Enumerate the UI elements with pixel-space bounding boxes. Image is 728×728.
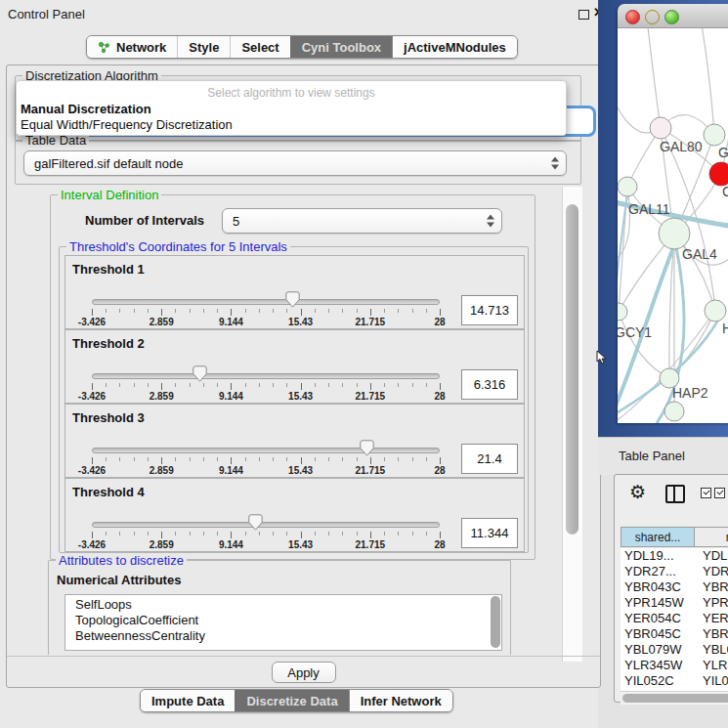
tab-discretize-data[interactable]: Discretize Data — [235, 690, 348, 711]
slider-thumb[interactable] — [285, 291, 300, 308]
network-node-gcy1[interactable] — [618, 303, 627, 321]
group-label: Threshold's Coordinates for 5 Intervals — [66, 239, 290, 254]
cell-name[interactable]: YBL0 — [697, 642, 728, 658]
checkbox-icon[interactable] — [701, 488, 711, 498]
list-item-topologicalcoefficient[interactable]: TopologicalCoefficient — [65, 613, 501, 628]
minor-tick — [134, 457, 135, 461]
slider-track[interactable] — [92, 299, 440, 305]
tab-jactivemnodules[interactable]: jActiveMNodules — [392, 36, 517, 58]
numerical-attributes-list[interactable]: SelfLoopsTopologicalCoefficientBetweenne… — [64, 594, 502, 651]
list-scrollbar[interactable] — [491, 596, 500, 648]
threshold-slider[interactable]: -3.4262.8599.14415.4321.71528 — [92, 256, 440, 328]
table-row[interactable]: YPR145WYPR1 — [621, 595, 728, 611]
tab-cyni-toolbox[interactable]: Cyni Toolbox — [290, 36, 392, 58]
cell-name[interactable]: YLR3 — [697, 658, 728, 673]
checkbox-icon[interactable] — [714, 488, 725, 498]
table-row[interactable]: YDL19...YDL1 — [621, 548, 728, 564]
list-item-betweennesscentrality[interactable]: BetweennessCentrality — [65, 628, 501, 644]
cell-name[interactable]: YBR0 — [697, 579, 728, 595]
threshold-value-field[interactable]: 6.316 — [461, 369, 518, 400]
cell-shared-name[interactable]: YLR345W — [621, 658, 697, 673]
table-horizontal-scrollbar[interactable] — [621, 691, 728, 705]
network-node-gal4[interactable] — [659, 218, 690, 249]
minimize-traffic-light-icon[interactable] — [645, 10, 660, 24]
major-tick — [231, 457, 232, 464]
minor-tick — [357, 309, 358, 313]
cell-name[interactable]: YER0 — [697, 611, 728, 626]
settings-scrollbar[interactable] — [562, 187, 582, 662]
cell-shared-name[interactable]: YDR27... — [621, 564, 697, 579]
column-header-name[interactable]: n... — [695, 527, 728, 547]
table-row[interactable]: YBL079WYBL0 — [621, 642, 728, 658]
network-node-gal80[interactable] — [650, 117, 671, 139]
tab-impute-data[interactable]: Impute Data — [141, 690, 235, 711]
cell-shared-name[interactable]: YBR045C — [621, 626, 697, 642]
tab-infer-network[interactable]: Infer Network — [349, 690, 452, 711]
major-tick — [231, 532, 232, 538]
threshold-slider[interactable]: -3.4262.8599.14415.4321.71528 — [92, 479, 440, 551]
minor-tick — [106, 309, 107, 313]
list-item-selfloops[interactable]: SelfLoops — [65, 597, 501, 613]
scrollbar-thumb[interactable] — [566, 204, 578, 535]
threshold-slider[interactable]: -3.4262.8599.14415.4321.71528 — [92, 405, 440, 477]
cell-shared-name[interactable]: YPR145W — [621, 595, 697, 611]
zoom-traffic-light-icon[interactable] — [664, 10, 679, 24]
cell-shared-name[interactable]: YDL19... — [621, 548, 697, 564]
dropdown-option-equal-width-frequency[interactable]: Equal Width/Frequency Discretization — [21, 117, 233, 132]
cell-name[interactable]: YDR2 — [697, 564, 728, 579]
slider-thumb[interactable] — [360, 440, 374, 456]
table-row[interactable]: YBR045CYBR0 — [621, 626, 728, 642]
minor-tick — [426, 309, 427, 313]
number-of-intervals-combobox[interactable]: 5 — [222, 208, 502, 234]
column-header-shared-name[interactable]: shared... — [621, 527, 695, 547]
minor-tick — [217, 383, 218, 387]
network-edge[interactable] — [701, 28, 714, 135]
slider-thumb[interactable] — [193, 365, 207, 382]
threshold-value-field[interactable]: 21.4 — [461, 444, 518, 474]
cell-shared-name[interactable]: YIL052C — [621, 673, 697, 689]
slider-track[interactable] — [92, 373, 440, 379]
network-node[interactable] — [664, 402, 684, 421]
table-row[interactable]: YBR043CYBR0 — [621, 579, 728, 595]
cell-shared-name[interactable]: YBR043C — [621, 579, 697, 595]
cell-name[interactable]: YDL1 — [697, 548, 728, 564]
table-data-combobox[interactable]: galFiltered.sif default node — [23, 150, 567, 176]
tick-label: 9.144 — [219, 317, 243, 327]
network-node-c[interactable] — [709, 162, 728, 186]
slider-thumb[interactable] — [248, 514, 263, 531]
cell-shared-name[interactable]: YBL079W — [621, 642, 697, 658]
threshold-panel-2: Threshold 2-3.4262.8599.14415.4321.71528… — [64, 329, 525, 404]
tab-style[interactable]: Style — [177, 36, 230, 58]
table-row[interactable]: YIL052CYIL0 — [621, 673, 728, 689]
close-traffic-light-icon[interactable] — [625, 10, 640, 24]
slider-track[interactable] — [92, 522, 440, 528]
network-node-gal11[interactable] — [618, 177, 637, 196]
minor-tick — [384, 383, 385, 387]
cell-name[interactable]: YIL0 — [697, 673, 728, 689]
threshold-value-field[interactable]: 11.344 — [461, 518, 518, 548]
scrollbar-thumb[interactable] — [622, 694, 728, 703]
dropdown-option-manual-discretization[interactable]: Manual Discretization — [21, 102, 151, 116]
tab-select[interactable]: Select — [230, 36, 289, 58]
table-row[interactable]: YER054CYER0 — [621, 611, 728, 626]
cell-name[interactable]: YPR1 — [697, 595, 728, 611]
split-columns-icon[interactable] — [665, 485, 685, 503]
tab-network[interactable]: Network — [87, 36, 177, 58]
network-edge[interactable] — [647, 28, 661, 128]
table-row[interactable]: YDR27...YDR2 — [621, 564, 728, 579]
major-tick — [92, 532, 93, 538]
network-node-h[interactable] — [705, 300, 726, 321]
network-edge[interactable] — [619, 312, 669, 378]
apply-button[interactable]: Apply — [272, 662, 336, 683]
table-row[interactable]: YLR345WYLR3 — [621, 658, 728, 673]
float-window-icon[interactable] — [578, 10, 589, 20]
cell-shared-name[interactable]: YER054C — [621, 611, 697, 626]
threshold-slider[interactable]: -3.4262.8599.14415.4321.71528 — [92, 330, 440, 403]
network-canvas[interactable]: GAL80GACGAL11GAL4GCY1HHAP2 — [618, 28, 728, 423]
threshold-value-field[interactable]: 14.713 — [461, 295, 518, 325]
network-node-ga[interactable] — [704, 124, 725, 146]
gear-icon[interactable]: ⚙ — [629, 481, 646, 503]
slider-track[interactable] — [92, 448, 440, 453]
minor-tick — [259, 383, 260, 387]
cell-name[interactable]: YBR0 — [697, 626, 728, 642]
